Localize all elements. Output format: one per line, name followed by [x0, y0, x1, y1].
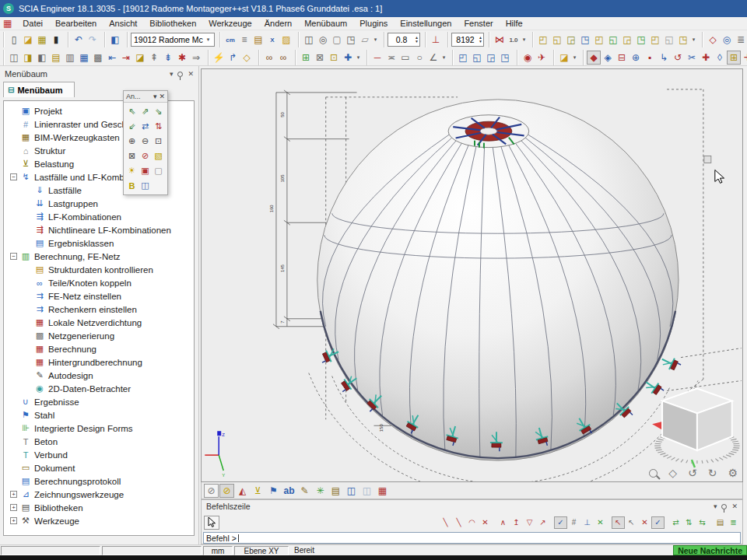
menu-item-bibliotheken[interactable]: Bibliotheken — [143, 17, 202, 30]
tree-item-zeichnungswerkzeuge[interactable]: +⊿Zeichnungswerkzeuge — [4, 488, 194, 501]
paste-view-1-icon[interactable]: ◰ — [456, 51, 470, 65]
node-select-icon[interactable]: ◆ — [587, 51, 601, 65]
snap-halfline-icon[interactable]: ╲ — [452, 516, 465, 529]
group-dropdown-icon[interactable]: ▾ — [571, 54, 578, 61]
tree-item-bibliotheken[interactable]: +▤Bibliotheken — [4, 501, 194, 514]
node-diamond-icon[interactable]: ◊ — [713, 51, 727, 65]
text-label-icon[interactable]: ab — [282, 484, 296, 498]
window-view-9-icon[interactable]: ◰ — [648, 33, 662, 47]
deform-scale-spinner[interactable]: 0.8▲▼ — [388, 33, 420, 47]
haunch-icon[interactable]: ⇟ — [161, 51, 175, 65]
swap-icon[interactable]: ⇆ — [696, 516, 709, 529]
undo-icon[interactable]: ↶ — [72, 33, 86, 47]
tree-item-netzgenerierung[interactable]: ▩Netzgenerierung — [4, 329, 194, 342]
menu-item-ändern[interactable]: Ändern — [258, 17, 298, 30]
support-icon[interactable]: ⚡ — [212, 51, 226, 65]
group-dropdown-icon[interactable]: ▾ — [440, 54, 447, 61]
view-side-icon[interactable]: ⇘ — [152, 104, 165, 119]
select-mode-icon[interactable]: ↖ — [612, 516, 625, 529]
node-move-icon[interactable]: ✛ — [741, 51, 747, 65]
tree-item-integrierte-design-forms[interactable]: ⊪Integrierte Design Forms — [4, 422, 194, 435]
eraser-icon[interactable]: ◇ — [240, 51, 254, 65]
node-dot-icon[interactable]: ▪ — [643, 51, 657, 65]
dimension-chain-icon[interactable]: ≍ — [384, 51, 398, 65]
project-select[interactable]: 19012 Radome Mc▾ — [131, 33, 215, 47]
table-columns-icon[interactable]: ≣ — [734, 33, 747, 47]
column-icon[interactable]: ◨ — [21, 51, 35, 65]
tree-item-autodesign[interactable]: ✎Autodesign — [4, 369, 194, 382]
fly-view-icon[interactable]: ✈ — [535, 51, 549, 65]
snap-clear-icon[interactable]: ✕ — [594, 516, 607, 529]
search-doc-icon[interactable]: ◎ — [720, 33, 734, 47]
paint-icon[interactable]: ✎ — [297, 484, 312, 498]
view-settings-gear-icon[interactable]: ⚙ — [728, 467, 738, 479]
units-icon[interactable]: cm — [223, 33, 237, 47]
flip-y-icon[interactable]: ⇅ — [682, 516, 696, 529]
window-icon[interactable]: ◫ — [139, 178, 152, 193]
window-view-1-icon[interactable]: ◰ — [536, 33, 550, 47]
snap-perp-icon[interactable]: ▽ — [523, 516, 536, 529]
view-axo-icon[interactable]: ⇙ — [125, 119, 139, 134]
window-split-icon[interactable]: ◫ — [344, 484, 359, 498]
select-remove-icon[interactable]: ✕ — [638, 516, 651, 529]
list-icon[interactable]: ≣ — [727, 516, 740, 529]
layers-icon[interactable]: ≡ — [237, 33, 251, 47]
tree-item-fe-netz-einstellen[interactable]: ⇉FE-Netz einstellen — [4, 289, 194, 303]
beam-icon[interactable]: ◧ — [35, 51, 49, 65]
cmd-dropdown-icon[interactable]: ▾ — [714, 502, 717, 510]
group-dropdown-icon[interactable]: ▾ — [355, 54, 362, 61]
scia-menu-icon[interactable]: ▦ — [3, 18, 12, 29]
clipping-box-icon[interactable]: ▧ — [152, 149, 165, 163]
shell-icon[interactable]: ▦ — [77, 51, 91, 65]
flip-x-icon[interactable]: ⇄ — [669, 516, 682, 529]
catalog-icon[interactable]: ▤ — [251, 33, 265, 47]
tree-item-hintergrundberechnung[interactable]: ▦Hintergrundberechnung — [4, 355, 194, 369]
window-view-7-icon[interactable]: ◲ — [620, 33, 634, 47]
select-add-icon[interactable]: ↖ — [625, 516, 638, 529]
wall-icon[interactable]: ▥ — [63, 51, 77, 65]
internal-edge-icon[interactable]: ◪ — [133, 51, 147, 65]
orbit-up-icon[interactable]: ↻ — [708, 467, 717, 479]
snap-off-icon[interactable]: ✕ — [479, 516, 492, 529]
group-dropdown-icon[interactable]: ▾ — [372, 37, 379, 43]
window-view-4-icon[interactable]: ◳ — [578, 33, 592, 47]
new-messages-button[interactable]: Neue Nachrichte — [673, 545, 747, 555]
hinge-icon[interactable]: ↱ — [226, 51, 240, 65]
load-display-icon[interactable]: ⊻ — [251, 484, 265, 498]
window-view-10-icon[interactable]: ◱ — [662, 33, 676, 47]
activity-box-icon[interactable]: ◇ — [706, 33, 720, 47]
project-window-icon[interactable]: ◧ — [108, 33, 122, 47]
tree-item-verbund[interactable]: TVerbund — [4, 448, 194, 461]
tree-item-berechnungsprotokoll[interactable]: ▤Berechnungsprotokoll — [4, 474, 194, 488]
tree-item-2d-daten-betrachter[interactable]: ◉2D-Daten-Betrachter — [4, 382, 194, 395]
tree-item-lf-kombinationen[interactable]: ⇶LF-Kombinationen — [4, 210, 194, 223]
tab-menubaum[interactable]: ⊟ Menübaum — [3, 82, 75, 97]
circle-icon[interactable]: ○ — [412, 51, 426, 65]
doc-view-icon[interactable]: ▤ — [328, 484, 343, 498]
zoom-selection-icon[interactable]: ⊘ — [139, 149, 152, 163]
open-file-icon[interactable]: ◪ — [21, 33, 35, 47]
tree-item-rechenkern-einstellen[interactable]: ⇉Rechenkern einstellen — [4, 303, 194, 316]
bim-icon[interactable]: B — [125, 178, 139, 193]
plate-icon[interactable]: ▤ — [49, 51, 63, 65]
node-box-icon[interactable]: ◈ — [601, 51, 615, 65]
close-icon[interactable]: ✕ — [188, 70, 194, 78]
scale-clamp-icon[interactable]: ⊥ — [429, 33, 443, 47]
menu-item-menübaum[interactable]: Menübaum — [298, 17, 353, 30]
node-plus-icon[interactable]: ✚ — [699, 51, 713, 65]
label-flag-icon[interactable]: ⚑ — [266, 484, 281, 498]
member-1d-icon[interactable]: ◫ — [7, 51, 21, 65]
zoom-window-icon[interactable]: ⊡ — [152, 134, 165, 149]
tree-item-beton[interactable]: TBeton — [4, 435, 194, 448]
pin-icon[interactable] — [177, 72, 183, 77]
snap-arc-icon[interactable]: ◠ — [465, 516, 479, 529]
node-add-icon[interactable]: ⊕ — [629, 51, 643, 65]
view-rotate-icon[interactable]: ⇅ — [152, 119, 165, 134]
subregion-icon[interactable]: ⇤ — [105, 51, 119, 65]
export-image-icon[interactable]: ◳ — [344, 33, 358, 47]
cmd-close-icon[interactable]: ✕ — [731, 502, 738, 510]
zoom-out-icon[interactable]: ⊖ — [139, 134, 152, 149]
compress-icon[interactable]: ⋈ — [493, 33, 507, 47]
view-params-icon[interactable]: ◭ — [235, 484, 250, 498]
zoom-nav-icon[interactable] — [649, 469, 658, 478]
